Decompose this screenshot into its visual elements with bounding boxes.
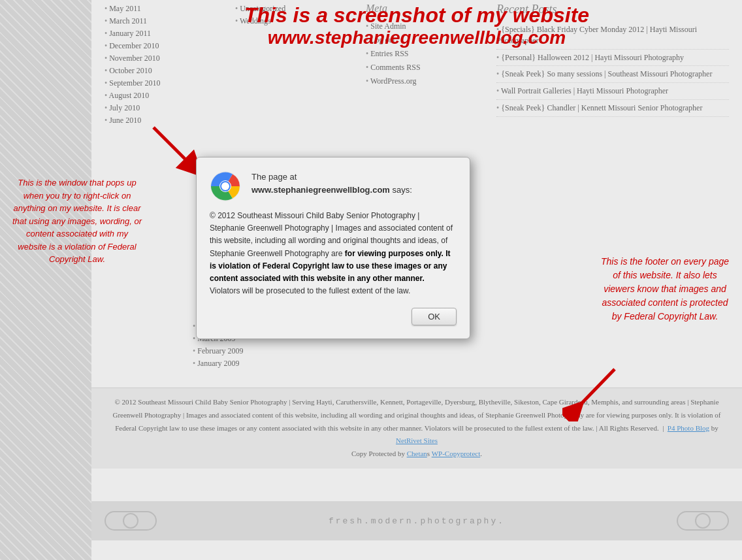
list-item: September 2010 (105, 77, 222, 90)
chrome-logo-icon (210, 171, 241, 202)
ok-button[interactable]: OK (411, 308, 457, 325)
annotation-title: This is a screenshot of my website www.s… (91, 3, 742, 48)
footer-by-text: by (711, 424, 718, 432)
list-item: {Sneak Peek} So many sessions | Southeas… (496, 66, 729, 83)
tagline-left-decoration (105, 511, 157, 531)
dialog-body-part2: Violators will be prosecuted to the full… (210, 286, 410, 295)
dialog-title: The page at www.stephaniegreenwellblog.c… (251, 171, 412, 196)
chetan-link[interactable]: Chetan (407, 450, 427, 457)
list-item: {Personal} Halloween 2012 | Hayti Missou… (496, 50, 729, 67)
site-footer: © 2012 Southeast Missouri Child Baby Sen… (91, 387, 742, 469)
netrivet-link[interactable]: NetRivet Sites (396, 436, 438, 444)
tagline-right-decoration (677, 511, 729, 531)
list-item: August 2010 (105, 90, 222, 102)
list-item: February 2009 (193, 345, 291, 357)
wp-copyprotect-link[interactable]: WP-Copyprotect (432, 450, 481, 457)
dialog-title-prefix: The page at (251, 172, 297, 182)
dialog-header: The page at www.stephaniegreenwellblog.c… (210, 171, 457, 202)
list-item: January 2009 (193, 357, 291, 370)
left-annotation: This is the window that pops up when you… (12, 176, 142, 266)
svg-line-3 (575, 369, 615, 410)
list-item: Wall Portrait Galleries | Hayti Missouri… (496, 83, 729, 100)
list-item: {Sneak Peek} Chandler | Kennett Missouri… (496, 100, 729, 117)
dialog-footer: OK (210, 308, 457, 325)
list-item: Comments RSS (366, 61, 483, 74)
svg-point-7 (221, 182, 229, 190)
list-item: WordPress.org (366, 74, 483, 88)
dialog-body: © 2012 Southeast Missouri Child Baby Sen… (210, 210, 457, 297)
list-item: October 2010 (105, 65, 222, 77)
copyright-dialog: The page at www.stephaniegreenwellblog.c… (196, 157, 470, 339)
list-item: Entries RSS (366, 47, 483, 61)
tagline-text: fresh.modern.photography. (329, 516, 505, 526)
list-item: November 2010 (105, 52, 222, 65)
footer-copy-protect: Copy Protected by Chetans WP-Copyprotect… (105, 448, 729, 461)
footer-text: © 2012 Southeast Missouri Child Baby Sen… (105, 396, 729, 448)
arrow-down-left-icon (562, 363, 621, 421)
tagline-bar: fresh.modern.photography. (91, 501, 742, 540)
right-annotation: This is the footer on every page of this… (600, 255, 730, 323)
dialog-title-suffix: says: (393, 185, 412, 195)
dialog-site-url: www.stephaniegreenwellblog.com (251, 185, 390, 195)
svg-line-1 (153, 127, 194, 168)
list-item: July 2010 (105, 102, 222, 114)
p4-photo-blog-link[interactable]: P4 Photo Blog (668, 424, 709, 432)
